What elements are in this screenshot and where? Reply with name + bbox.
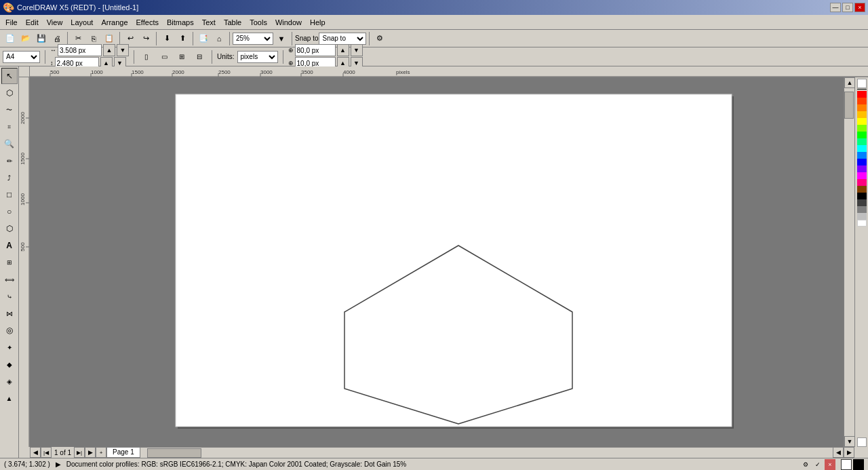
- page-start-button[interactable]: |◀: [41, 447, 52, 458]
- contour-tool[interactable]: ◎: [1, 322, 18, 338]
- status-close-button[interactable]: ×: [825, 459, 835, 470]
- menu-view[interactable]: View: [43, 16, 67, 29]
- page-end-button[interactable]: ▶|: [74, 447, 85, 458]
- width-down[interactable]: ▼: [117, 44, 129, 56]
- palette-color-6[interactable]: [857, 152, 867, 159]
- scroll-down-button[interactable]: ▼: [844, 436, 855, 447]
- page-size-select[interactable]: A4: [3, 51, 40, 63]
- menu-layout[interactable]: Layout: [66, 16, 97, 29]
- landscape-btn[interactable]: ▭: [157, 50, 172, 64]
- horizontal-scrollbar[interactable]: [140, 447, 833, 458]
- nudge-x-up[interactable]: ▲: [337, 44, 349, 56]
- smear-tool[interactable]: 〜: [1, 102, 18, 118]
- hscroll-right[interactable]: ▶: [844, 447, 854, 458]
- palette-green[interactable]: [857, 132, 867, 138]
- zoom-down[interactable]: ▼: [274, 31, 289, 46]
- palette-color-3[interactable]: [857, 111, 867, 118]
- blend-tool[interactable]: ⋈: [1, 305, 18, 321]
- palette-darkgray[interactable]: [857, 199, 867, 206]
- status-proofing-button[interactable]: ✓: [812, 459, 823, 470]
- maximize-button[interactable]: □: [842, 3, 853, 12]
- menu-arrange[interactable]: Arrange: [97, 16, 132, 29]
- palette-white[interactable]: [857, 220, 867, 227]
- import-button[interactable]: ⬇: [159, 31, 174, 46]
- units-select[interactable]: pixels: [237, 51, 278, 63]
- smart-fill-tool[interactable]: ▲: [1, 390, 18, 406]
- menu-effects[interactable]: Effects: [132, 16, 163, 29]
- hscroll-left[interactable]: ◀: [833, 447, 844, 458]
- connector-tool[interactable]: ⤷: [1, 288, 18, 305]
- save-button[interactable]: 💾: [34, 31, 49, 46]
- page-next-button[interactable]: ▶: [85, 447, 96, 458]
- interactive-fill-tool[interactable]: ◈: [1, 373, 18, 389]
- palette-color-1[interactable]: [857, 98, 867, 104]
- palette-transparent[interactable]: [857, 79, 867, 88]
- nudge-x-down[interactable]: ▼: [351, 44, 363, 56]
- palette-cyan[interactable]: [857, 145, 867, 152]
- crop-tool[interactable]: ⌗: [1, 119, 18, 135]
- polygon-tool[interactable]: ⬡: [1, 220, 18, 237]
- export-button[interactable]: ⬆: [175, 31, 190, 46]
- scroll-thumb[interactable]: [844, 92, 854, 119]
- scroll-up-button[interactable]: ▲: [844, 77, 855, 88]
- select-tool[interactable]: ↖: [1, 68, 18, 84]
- dimension-tool[interactable]: ⟺: [1, 271, 18, 288]
- shape-tool[interactable]: ⬡: [1, 85, 18, 101]
- smart-draw-tool[interactable]: ⤴: [1, 170, 18, 186]
- vertical-scrollbar[interactable]: ▲ ▼: [844, 77, 854, 447]
- publish-button[interactable]: 📑: [196, 31, 211, 46]
- ellipse-tool[interactable]: ○: [1, 203, 18, 220]
- options-button[interactable]: ⚙: [372, 31, 387, 46]
- page-width-input[interactable]: [58, 44, 102, 56]
- palette-gray[interactable]: [857, 206, 867, 213]
- palette-color-7[interactable]: [857, 165, 867, 172]
- palette-more[interactable]: [857, 437, 867, 447]
- palette-color-8[interactable]: [857, 179, 867, 186]
- drawing-canvas[interactable]: [30, 77, 810, 447]
- menu-table[interactable]: Table: [220, 16, 245, 29]
- page-1-tab[interactable]: Page 1: [106, 447, 140, 458]
- eyedropper-tool[interactable]: ✦: [1, 339, 18, 355]
- stroke-color-display[interactable]: [853, 459, 864, 470]
- menu-help[interactable]: Help: [306, 16, 330, 29]
- page-prev-button[interactable]: ◀: [30, 447, 41, 458]
- palette-yellow[interactable]: [857, 118, 867, 125]
- hscroll-thumb[interactable]: [147, 448, 201, 458]
- open-button[interactable]: 📂: [18, 31, 33, 46]
- palette-lightgray[interactable]: [857, 213, 867, 220]
- canvas-scroll-area[interactable]: [30, 77, 844, 447]
- redo-button[interactable]: ↪: [138, 31, 153, 46]
- menu-file[interactable]: File: [1, 16, 22, 29]
- portrait-btn[interactable]: ▯: [139, 50, 154, 64]
- rectangle-tool[interactable]: □: [1, 187, 18, 203]
- status-settings-button[interactable]: ⚙: [800, 459, 811, 470]
- table-tool[interactable]: ⊞: [1, 254, 18, 271]
- palette-magenta[interactable]: [857, 172, 867, 179]
- fill-color-display[interactable]: [841, 459, 852, 470]
- welcome-button[interactable]: ⌂: [212, 31, 226, 46]
- current-page-btn[interactable]: ⊟: [192, 50, 207, 64]
- text-tool[interactable]: A: [1, 237, 18, 254]
- minimize-button[interactable]: —: [830, 3, 841, 12]
- menu-bitmaps[interactable]: Bitmaps: [163, 16, 198, 29]
- zoom-select[interactable]: 25%50%75%100%: [233, 33, 273, 45]
- nudge-x-input[interactable]: [295, 44, 336, 56]
- palette-color-4[interactable]: [857, 125, 867, 132]
- menu-edit[interactable]: Edit: [22, 16, 43, 29]
- palette-color-5[interactable]: [857, 138, 867, 145]
- width-up[interactable]: ▲: [103, 44, 115, 56]
- palette-black[interactable]: [857, 193, 867, 199]
- play-indicator[interactable]: ▶: [56, 461, 61, 468]
- menu-text[interactable]: Text: [198, 16, 220, 29]
- close-button[interactable]: ×: [854, 3, 865, 12]
- new-button[interactable]: 📄: [3, 31, 18, 46]
- menu-tools[interactable]: Tools: [245, 16, 271, 29]
- menu-window[interactable]: Window: [271, 16, 306, 29]
- snap-select[interactable]: Snap to: [319, 33, 366, 45]
- all-pages-btn[interactable]: ⊞: [174, 50, 189, 64]
- palette-blue[interactable]: [857, 159, 867, 165]
- fill-tool[interactable]: ◆: [1, 356, 18, 372]
- palette-color-2[interactable]: [857, 104, 867, 111]
- freehand-tool[interactable]: ✏: [1, 153, 18, 169]
- zoom-tool[interactable]: 🔍: [1, 136, 18, 152]
